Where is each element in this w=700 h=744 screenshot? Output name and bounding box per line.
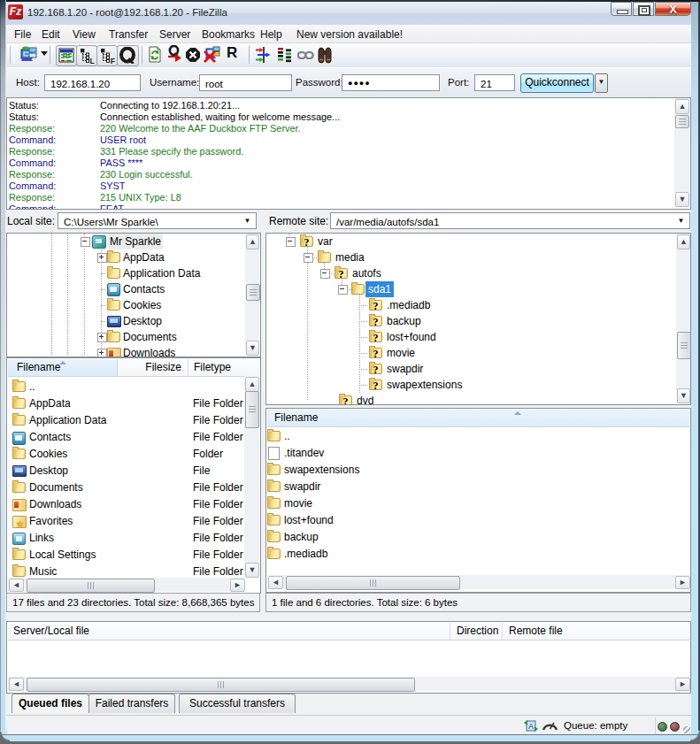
svg-text:L: L — [90, 57, 95, 65]
svg-text:F: F — [111, 57, 115, 65]
svg-text:A: A — [528, 722, 534, 731]
